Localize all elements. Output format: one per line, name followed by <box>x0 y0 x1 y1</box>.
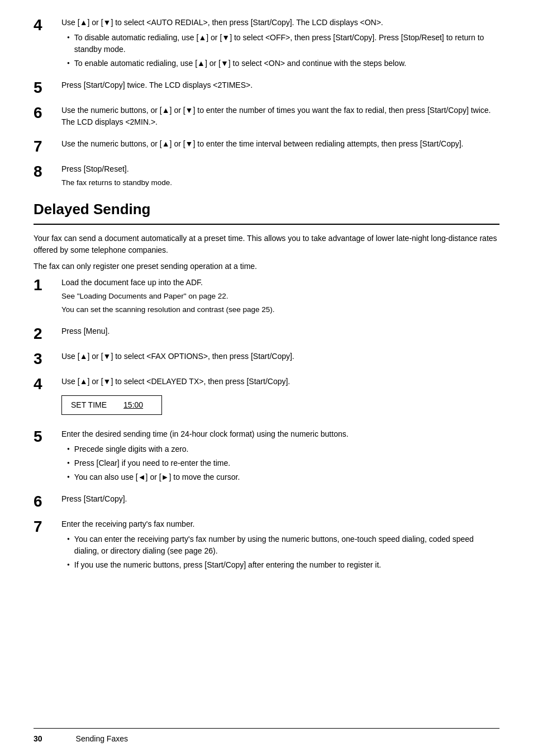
step-number: 8 <box>34 163 61 181</box>
step-main-text: Use [▲] or [▼] to select <DELAYED TX>, t… <box>61 376 499 388</box>
step-main-text: Use [▲] or [▼] to select <AUTO REDIAL>, … <box>61 17 499 29</box>
step-main-text: Enter the desired sending time (in 24-ho… <box>61 428 499 440</box>
step-content: Use the numeric buttons, or [▲] or [▼] t… <box>61 138 499 152</box>
step-number: 3 <box>34 351 61 368</box>
step-main-text: Load the document face up into the ADF. <box>61 277 499 289</box>
step-content: Enter the receiving party's fax number.Y… <box>61 518 499 573</box>
bullet-item: Precede single digits with a zero. <box>61 443 499 455</box>
step-content: Press [Stop/Reset].The fax returns to st… <box>61 163 499 191</box>
step-content: Press [Menu]. <box>61 325 499 339</box>
intro-paragraph: Your fax can send a document automatical… <box>34 233 499 256</box>
step-content: Use [▲] or [▼] to select <AUTO REDIAL>, … <box>61 17 499 72</box>
step-number: 4 <box>34 17 61 34</box>
step-content: Load the document face up into the ADF.S… <box>61 277 499 318</box>
bullet-item: To enable automatic redialing, use [▲] o… <box>61 58 499 69</box>
step-block: 7Enter the receiving party's fax number.… <box>34 518 499 573</box>
step-main-text: Press [Start/Copy]. <box>61 493 499 505</box>
step-number: 2 <box>34 325 61 343</box>
step-content: Press [Start/Copy] twice. The LCD displa… <box>61 79 499 93</box>
step-block: 4Use [▲] or [▼] to select <DELAYED TX>, … <box>34 376 499 420</box>
step-main-text: Press [Start/Copy] twice. The LCD displa… <box>61 79 499 91</box>
bullet-item: Press [Clear] if you need to re-enter th… <box>61 457 499 469</box>
section-title: Delayed Sending <box>34 199 499 225</box>
step-number: 7 <box>34 138 61 155</box>
step-block: 2Press [Menu]. <box>34 325 499 343</box>
step-main-text: Press [Stop/Reset]. <box>61 163 499 175</box>
bullet-item: You can also use [◄] or [►] to move the … <box>61 471 499 483</box>
step-bullets: To disable automatic redialing, use [▲] … <box>61 32 499 69</box>
step-content: Press [Start/Copy]. <box>61 493 499 507</box>
step-number: 7 <box>34 518 61 536</box>
step-main-text: Use the numeric buttons, or [▲] or [▼] t… <box>61 138 499 150</box>
step-block: 5Enter the desired sending time (in 24-h… <box>34 428 499 485</box>
step-sub-text: The fax returns to standby mode. <box>61 177 499 188</box>
step-content: Use [▲] or [▼] to select <DELAYED TX>, t… <box>61 376 499 420</box>
step-main-text: Press [Menu]. <box>61 325 499 337</box>
footer-section: Sending Faxes <box>76 733 128 745</box>
step-sub1-text: See "Loading Documents and Paper" on pag… <box>61 291 499 302</box>
lcd-value: 15:00 <box>123 399 143 411</box>
step-number: 6 <box>34 105 61 122</box>
step-content: Use [▲] or [▼] to select <FAX OPTIONS>, … <box>61 351 499 365</box>
step-bullets: Precede single digits with a zero.Press … <box>61 443 499 483</box>
step-main-text: Use the numeric buttons, or [▲] or [▼] t… <box>61 105 499 128</box>
step-content: Use the numeric buttons, or [▲] or [▼] t… <box>61 105 499 130</box>
step-main-text: Enter the receiving party's fax number. <box>61 518 499 530</box>
step-block: 1Load the document face up into the ADF.… <box>34 277 499 318</box>
bullet-item: To disable automatic redialing, use [▲] … <box>61 32 499 55</box>
step-content: Enter the desired sending time (in 24-ho… <box>61 428 499 485</box>
bullet-item: If you use the numeric buttons, press [S… <box>61 559 499 571</box>
step-block: 3Use [▲] or [▼] to select <FAX OPTIONS>,… <box>34 351 499 368</box>
step-block: 4Use [▲] or [▼] to select <AUTO REDIAL>,… <box>34 17 499 72</box>
step-number: 1 <box>34 277 61 294</box>
footer-page: 30 <box>34 733 42 745</box>
step-number: 6 <box>34 493 61 511</box>
step-main-text: Use [▲] or [▼] to select <FAX OPTIONS>, … <box>61 351 499 362</box>
lcd-label: SET TIME <box>71 399 107 411</box>
step-number: 5 <box>34 79 61 97</box>
step-number: 5 <box>34 428 61 446</box>
step-block: 8Press [Stop/Reset].The fax returns to s… <box>34 163 499 191</box>
step-block: 6Use the numeric buttons, or [▲] or [▼] … <box>34 105 499 130</box>
step-block: 7Use the numeric buttons, or [▲] or [▼] … <box>34 138 499 155</box>
lcd-display: SET TIME15:00 <box>61 395 162 415</box>
bullet-item: You can enter the receiving party's fax … <box>61 533 499 557</box>
step-number: 4 <box>34 376 61 393</box>
step-block: 6Press [Start/Copy]. <box>34 493 499 511</box>
footer: 30 Sending Faxes <box>34 728 499 745</box>
step-bullets: You can enter the receiving party's fax … <box>61 533 499 571</box>
intro-paragraph: The fax can only register one preset sen… <box>34 261 499 272</box>
step-sub2-text: You can set the scanning resolution and … <box>61 304 499 315</box>
step-block: 5Press [Start/Copy] twice. The LCD displ… <box>34 79 499 97</box>
